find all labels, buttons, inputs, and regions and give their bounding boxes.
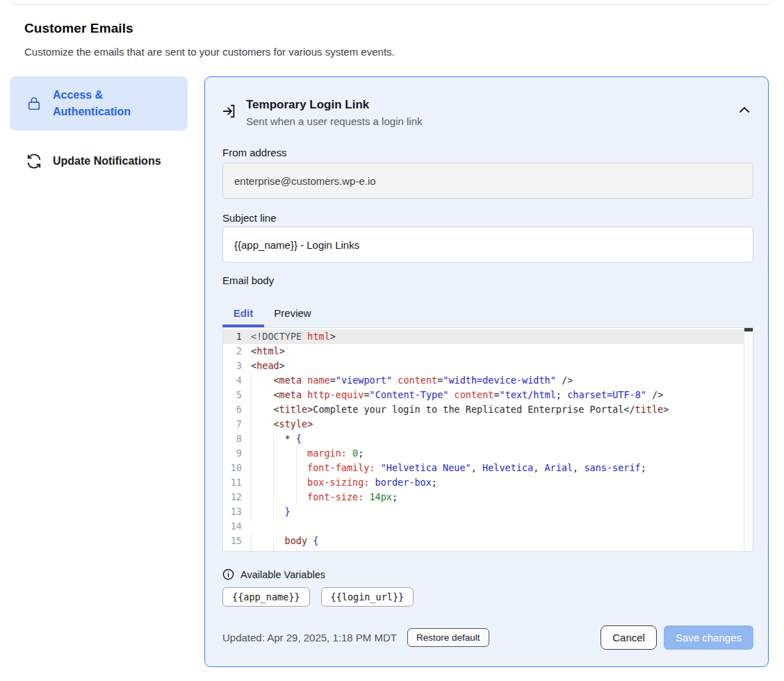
available-variables-label: Available Variables [240, 569, 325, 580]
code-editor[interactable]: 1<!DOCTYPE html>2<html>3<head>4<meta nam… [222, 327, 753, 552]
sidebar: Access & AuthenticationUpdate Notificati… [10, 76, 188, 192]
panel-header: Temporary Login Link Sent when a user re… [222, 96, 722, 129]
variable-chips: {{app_name}}{{login_url}} [222, 587, 414, 607]
tab-preview[interactable]: Preview [264, 303, 321, 329]
code-line: 1<!DOCTYPE html> [223, 329, 744, 344]
chevron-up-icon[interactable] [739, 105, 750, 115]
code-line: 11box-sizing: border-box; [223, 475, 744, 490]
sidebar-item-access-authentication[interactable]: Access & Authentication [10, 76, 188, 131]
save-changes-button[interactable]: Save changes [664, 625, 753, 650]
sidebar-item-update-notifications[interactable]: Update Notifications [10, 146, 188, 177]
code-line: 7<style> [223, 417, 744, 432]
line-number: 2 [223, 344, 251, 359]
line-number: 16 [223, 548, 251, 552]
line-number: 4 [223, 373, 251, 388]
info-icon [222, 568, 234, 580]
line-number: 1 [223, 329, 251, 344]
login-icon [222, 104, 237, 129]
code-line: 5<meta http-equiv="Content-Type" content… [223, 388, 744, 402]
updated-timestamp: Updated: Apr 29, 2025, 1:18 PM MDT [222, 632, 397, 643]
line-number: 14 [223, 519, 251, 534]
line-number: 10 [223, 461, 251, 475]
code-line: 4<meta name="viewport" content="width=de… [223, 373, 744, 388]
code-line: 2<html> [223, 344, 744, 359]
code-line: 14 [223, 519, 744, 534]
active-tab-underline [222, 325, 264, 327]
section-subtitle: Sent when a user requests a login link [246, 114, 422, 129]
from-address-input [222, 163, 753, 199]
line-number: 11 [223, 475, 251, 490]
line-number: 5 [223, 388, 251, 402]
panel-footer: Updated: Apr 29, 2025, 1:18 PM MDT Resto… [222, 625, 753, 650]
code-line: 12font-size: 14px; [223, 490, 744, 504]
sidebar-item-label: Update Notifications [53, 153, 161, 170]
line-number: 6 [223, 402, 251, 417]
code-line: 13} [223, 504, 744, 519]
page-subtitle: Customize the emails that are sent to yo… [24, 46, 395, 58]
code-line: 16background-color: #f6f6f6; [223, 548, 744, 552]
line-number: 15 [223, 534, 251, 548]
line-number: 13 [223, 504, 251, 519]
available-variables-row: Available Variables [222, 568, 325, 580]
cancel-button[interactable]: Cancel [601, 625, 657, 650]
line-number: 7 [223, 417, 251, 432]
section-title: Temporary Login Link [246, 96, 422, 114]
editor-scrollbar-thumb[interactable] [744, 328, 753, 331]
from-address-label: From address [222, 147, 287, 158]
page-title: Customer Emails [24, 21, 133, 36]
code-line: 8* { [223, 432, 744, 446]
line-number: 12 [223, 490, 251, 504]
code-lines: 1<!DOCTYPE html>2<html>3<head>4<meta nam… [223, 329, 744, 552]
email-settings-panel: Temporary Login Link Sent when a user re… [204, 76, 769, 667]
line-number: 3 [223, 359, 251, 373]
email-body-label: Email body [222, 274, 274, 286]
variable-chip[interactable]: {{app_name}} [222, 587, 310, 607]
sidebar-item-label: Access & Authentication [53, 87, 178, 120]
line-number: 9 [223, 446, 251, 461]
code-line: 9margin: 0; [223, 446, 744, 461]
code-line: 15body { [223, 534, 744, 548]
lock-icon [26, 96, 42, 111]
variable-chip[interactable]: {{login_url}} [321, 587, 414, 607]
code-line: 3<head> [223, 359, 744, 373]
code-line: 10font-family: "Helvetica Neue", Helveti… [223, 461, 744, 475]
refresh-icon [26, 154, 42, 169]
line-number: 8 [223, 432, 251, 446]
subject-line-label: Subject line [222, 212, 277, 224]
editor-scrollbar[interactable] [744, 328, 753, 551]
top-card-divider [10, 0, 774, 5]
restore-default-button[interactable]: Restore default [407, 628, 489, 647]
subject-line-input[interactable] [222, 227, 753, 263]
code-line: 6<title>Complete your login to the Repli… [223, 402, 744, 417]
